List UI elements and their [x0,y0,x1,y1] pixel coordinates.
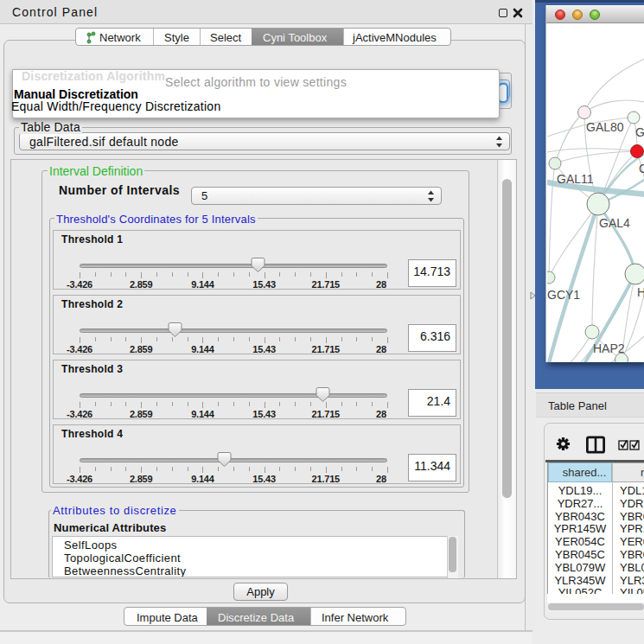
svg-text:GAL80: GAL80 [586,120,624,134]
svg-text:HAP2: HAP2 [593,341,625,355]
svg-text:GAL11: GAL11 [557,172,594,186]
svg-text:H: H [637,285,644,299]
svg-text:GAL4: GAL4 [599,216,630,230]
svg-text:GCY1: GCY1 [547,288,580,302]
svg-text:C: C [639,162,644,175]
svg-text:GA: GA [635,125,644,139]
